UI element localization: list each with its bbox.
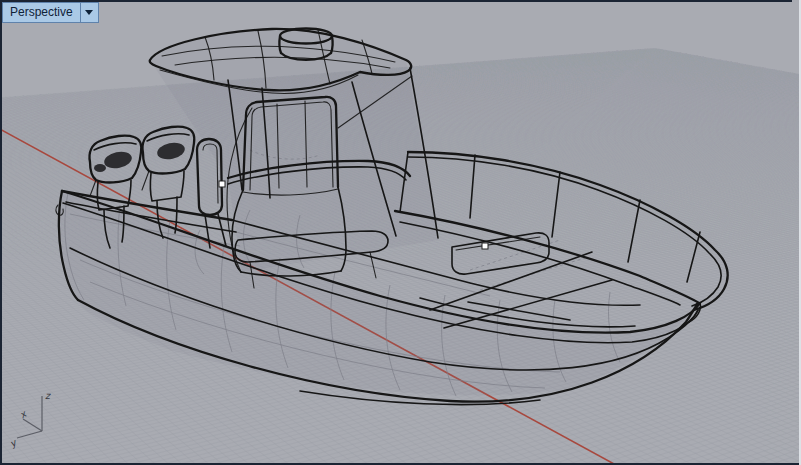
viewport-title-menu[interactable]: Perspective [2, 2, 99, 23]
control-point [219, 181, 225, 187]
rhino-perspective-viewport: z x y Perspective [0, 0, 801, 465]
viewport-menu-arrow[interactable] [81, 3, 98, 22]
chevron-down-icon [85, 10, 93, 15]
viewport-border-left [0, 0, 2, 465]
viewport-title: Perspective [3, 3, 80, 22]
viewport-canvas[interactable]: z x y [0, 0, 801, 465]
control-point [482, 243, 488, 249]
viewport-border-top [0, 0, 792, 2]
